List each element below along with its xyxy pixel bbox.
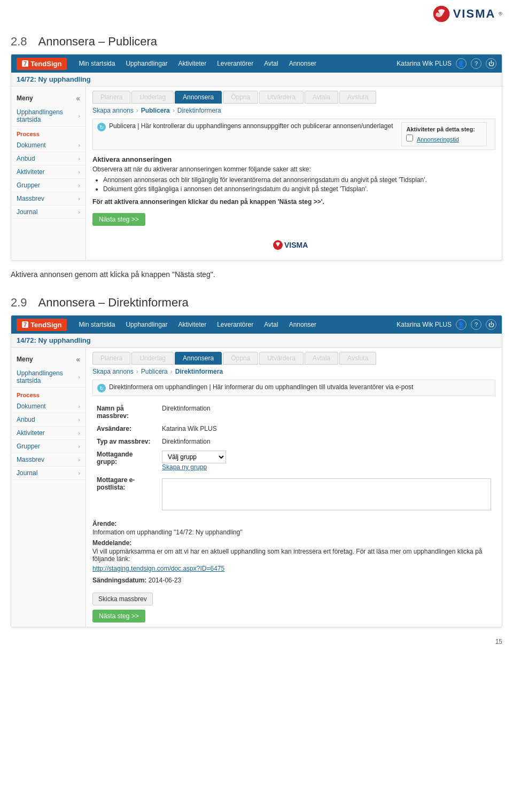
step-publicera-1[interactable]: Publicera [141, 107, 170, 114]
page-number: 15 [0, 633, 513, 651]
tab-avtala-1[interactable]: Avtala [305, 91, 338, 104]
sandningsdatum-value: 2014-06-23 [149, 577, 181, 584]
collapse-icon-2[interactable]: « [76, 355, 80, 364]
email-link[interactable]: http://staging.tendsign.com/doc.aspx?ID=… [92, 565, 224, 572]
sidebar-massbrev-1[interactable]: Massbrev › [11, 192, 86, 206]
content-area-1: Planera Underlag Annonsera Öppna Utvärde… [86, 86, 502, 260]
section-2-9-heading: 2.9 Annonsera – Direktinformera [0, 286, 513, 315]
tab-avsluta-2[interactable]: Avsluta [339, 352, 376, 365]
section-2-8-heading: 2.8 Annonsera – Publicera [0, 25, 513, 54]
sidebar-dokument-1[interactable]: Dokument › [11, 139, 86, 152]
tab-annonsera-1[interactable]: Annonsera [175, 91, 222, 104]
info-icon-2: ↻ [97, 384, 106, 392]
email-body-section: Ärende: Information om upphandling "14/7… [92, 520, 495, 572]
sidebar-journal-2[interactable]: Journal › [11, 467, 86, 480]
sidebar-process-label-2: Process [11, 388, 86, 400]
email-list-area[interactable] [162, 478, 491, 510]
navbar-user-2: Katarina Wik PLUS [397, 321, 452, 328]
visma-logo: VISMA® [433, 5, 502, 22]
navbar-1: 7 TendSign Min startsida Upphandlingar A… [11, 54, 502, 73]
meddelande-label: Meddelande: [92, 539, 495, 547]
tab-underlag-1[interactable]: Underlag [131, 91, 174, 104]
step-direktinformera-2[interactable]: Direktinformera [175, 368, 223, 375]
sidebar-aktiviteter-1[interactable]: Aktiviteter › [11, 165, 86, 179]
typ-value: Direktinformation [159, 436, 494, 447]
sidebar-aktiviteter-2[interactable]: Aktiviteter › [11, 427, 86, 440]
sidebar-dokument-2[interactable]: Dokument › [11, 400, 86, 413]
tab-planera-2[interactable]: Planera [92, 352, 130, 365]
tab-utvardera-2[interactable]: Utvärdera [259, 352, 304, 365]
arende-value: Information om upphandling "14/72: Ny up… [92, 529, 495, 536]
tab-utvardera-1[interactable]: Utvärdera [259, 91, 304, 104]
tab-oppna-2[interactable]: Öppna [223, 352, 258, 365]
main-layout-2: Meny « Upphandlingens startsida › Proces… [11, 348, 502, 627]
mottagande-select[interactable]: Välj grupp [162, 451, 226, 463]
info-text-2: Direktinformera om upphandlingen | Här i… [109, 383, 413, 391]
tab-annonsera-2[interactable]: Annonsera [175, 352, 222, 365]
tab-bar-2: Planera Underlag Annonsera Öppna Utvärde… [92, 352, 495, 365]
sidebar-item-upphandling-2[interactable]: Upphandlingens startsida › [11, 367, 86, 388]
tab-avsluta-1[interactable]: Avsluta [339, 91, 376, 104]
nav-min-startsida-2[interactable]: Min startsida [73, 316, 120, 334]
mottagare-label: Mottagare e-postlista: [94, 474, 158, 515]
mottagare-cell [159, 474, 494, 515]
nav-avtal-2[interactable]: Avtal [259, 316, 283, 334]
power-icon-1[interactable]: ⏻ [486, 58, 496, 69]
nav-aktiviteter-2[interactable]: Aktiviteter [173, 316, 212, 334]
page-breadcrumb-1: 14/72: Ny upphandling [11, 73, 502, 86]
user-icon-1[interactable]: 👤 [456, 58, 467, 69]
aktiviteter-link-1[interactable]: Annonseringstid [417, 136, 459, 143]
nav-aktiviteter-1[interactable]: Aktiviteter [173, 54, 212, 73]
nav-annonser-1[interactable]: Annonser [284, 54, 322, 73]
info-box-1: ↻ Publicera | Här kontrollerar du upphan… [92, 119, 495, 150]
step-skapa-1[interactable]: Skapa annons [92, 107, 134, 114]
skicka-massbrev-button[interactable]: Skicka massbrev [92, 593, 153, 605]
nav-leverantorer-1[interactable]: Leverantörer [212, 54, 259, 73]
sidebar-grupper-2[interactable]: Grupper › [11, 440, 86, 453]
form-row-avsandare: Avsändare: Katarina Wik PLUS [94, 423, 494, 435]
user-icon-2[interactable]: 👤 [456, 319, 467, 330]
step-skapa-2[interactable]: Skapa annons [92, 368, 134, 375]
avsandare-label: Avsändare: [94, 423, 158, 435]
body-text-1: Observera att när du aktiverar annonseri… [92, 165, 495, 173]
visma-logo-text: VISMA [453, 7, 496, 21]
tab-underlag-2[interactable]: Underlag [131, 352, 174, 365]
tab-planera-1[interactable]: Planera [92, 91, 130, 104]
nav-upphandlingar-1[interactable]: Upphandlingar [120, 54, 173, 73]
sidebar-header-1: Meny « [11, 91, 86, 106]
power-icon-2[interactable]: ⏻ [486, 319, 496, 330]
step-publicera-2[interactable]: Publicera [141, 368, 168, 375]
sidebar-massbrev-2[interactable]: Massbrev › [11, 453, 86, 467]
main-layout-1: Meny « Upphandlingens startsida › Proces… [11, 86, 502, 260]
nav-upphandlingar-2[interactable]: Upphandlingar [120, 316, 173, 334]
sidebar-grupper-1[interactable]: Grupper › [11, 179, 86, 192]
navbar-right-1: Katarina Wik PLUS 👤 ? ⏻ [397, 58, 496, 69]
info-text-1: Publicera | Här kontrollerar du upphandl… [109, 122, 393, 130]
tab-oppna-1[interactable]: Öppna [223, 91, 258, 104]
naesta-steg-button-1[interactable]: Nästa steg >> [92, 213, 145, 226]
nav-annonser-2[interactable]: Annonser [284, 316, 322, 334]
mottagande-label: Mottagande grupp: [94, 448, 158, 473]
sidebar-anbud-2[interactable]: Anbud › [11, 413, 86, 427]
naesta-steg-button-2[interactable]: Nästa steg >> [92, 610, 145, 622]
nav-leverantorer-2[interactable]: Leverantörer [212, 316, 259, 334]
content-area-2: Planera Underlag Annonsera Öppna Utvärde… [86, 348, 502, 627]
info-icon-1: ↻ [97, 123, 106, 131]
meddelande-value: Vi vill uppmärksamma er om att vi har en… [92, 548, 495, 563]
collapse-icon-1[interactable]: « [76, 94, 80, 103]
tab-avtala-2[interactable]: Avtala [305, 352, 338, 365]
visma-small-1: VISMA [92, 234, 495, 256]
help-icon-2[interactable]: ? [471, 319, 481, 330]
sidebar-item-upphandling-1[interactable]: Upphandlingens startsida › [11, 106, 86, 127]
help-icon-1[interactable]: ? [471, 58, 481, 69]
nav-min-startsida-1[interactable]: Min startsida [73, 54, 120, 73]
aktiviteter-checkbox-1[interactable] [406, 135, 413, 141]
typ-label: Typ av massbrev: [94, 436, 158, 447]
nav-avtal-1[interactable]: Avtal [259, 54, 283, 73]
skapa-grupp-link[interactable]: Skapa ny grupp [162, 463, 207, 471]
sidebar-anbud-1[interactable]: Anbud › [11, 152, 86, 165]
bullet-2: Dokument görs tillgängliga i annonsen de… [103, 185, 495, 193]
step-direktinformera-1[interactable]: Direktinformera [177, 107, 221, 114]
sidebar-journal-1[interactable]: Journal › [11, 206, 86, 219]
navbar-right-2: Katarina Wik PLUS 👤 ? ⏻ [397, 319, 496, 330]
